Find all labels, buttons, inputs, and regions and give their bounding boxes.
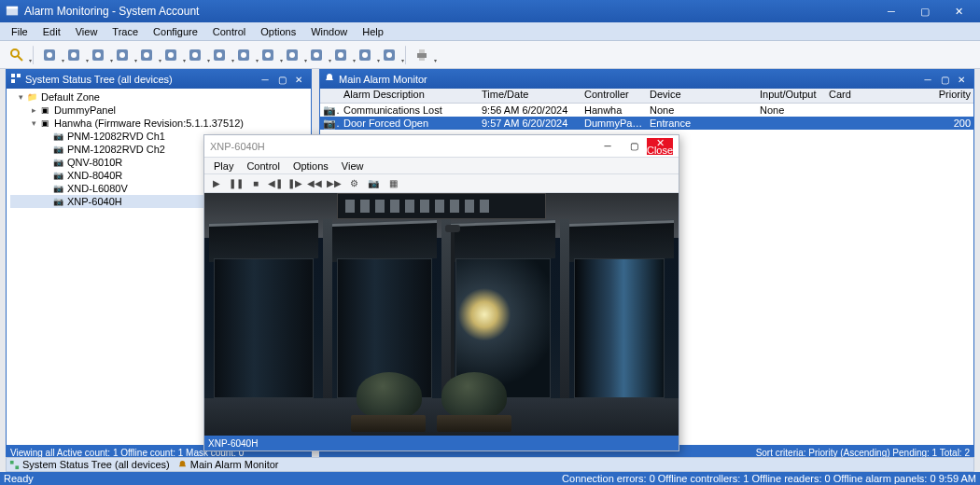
step-back-icon[interactable]: ◀❚ [267,176,284,191]
camera-icon: 📷 [323,104,341,116]
camera-icon: 📷 [51,183,64,194]
tree-icon [9,460,20,470]
tree-node[interactable]: ▸▣DummyPanel [10,104,307,117]
video-titlebar[interactable]: XNP-6040H ─ ▢ ✕Close [204,135,679,158]
svg-point-17 [192,52,198,58]
menubar: File Edit View Trace Configure Control O… [0,22,980,41]
svg-rect-37 [11,74,15,77]
snapshot-icon[interactable]: 📷 [365,176,382,191]
col-ctrl[interactable]: Controller [581,89,647,103]
video-menu-view[interactable]: View [336,160,370,172]
badge-icon[interactable]: ▾ [257,44,279,66]
video-title: XNP-6040H [210,141,595,152]
clock-icon[interactable]: ▾ [354,44,376,66]
window-tab-tree[interactable]: System Status Tree (all devices) [9,459,170,470]
menu-control[interactable]: Control [205,24,253,39]
device-icon[interactable]: ▾ [87,44,109,66]
alarm-minimize-button[interactable]: ─ [919,72,936,87]
svg-point-33 [386,52,392,58]
menu-file[interactable]: File [4,24,35,39]
link-icon[interactable]: ▾ [160,44,182,66]
svg-point-7 [71,52,77,58]
menu-window[interactable]: Window [303,24,355,39]
alarm-row[interactable]: 📷Door Forced Open9:57 AM 6/20/2024DummyP… [320,117,973,130]
window-tab-alarm[interactable]: Main Alarm Monitor [177,459,279,470]
col-pri[interactable]: Priority [929,89,973,103]
alarm-row[interactable]: 📷Communications Lost9:56 AM 6/20/2024Han… [320,104,973,117]
video-close-button[interactable]: ✕Close [647,138,673,155]
grid-icon[interactable]: ▦ [385,176,401,191]
svg-point-29 [338,52,343,58]
doc-icon[interactable]: ▾ [378,44,400,66]
rewind-icon[interactable]: ◀◀ [306,176,323,191]
zone-icon[interactable]: ▾ [38,44,61,66]
stop-icon[interactable]: ■ [247,176,264,191]
col-dev[interactable]: Device [647,89,757,103]
menu-configure[interactable]: Configure [146,24,205,39]
alarm-panel-title[interactable]: Main Alarm Monitor ─ ▢ ✕ [320,70,973,89]
minimize-button[interactable]: ─ [875,2,907,21]
expand-icon[interactable]: ▾ [16,92,25,102]
svg-rect-34 [417,53,427,58]
close-button[interactable]: ✕ [943,2,974,21]
col-time[interactable]: Time/Date [479,89,581,103]
camera-icon[interactable]: ▾ [305,44,328,66]
tree-panel-title[interactable]: System Status Tree (all devices) ─ ▢ ✕ [7,70,311,89]
tree-node[interactable]: ▾▣Hanwha (Firmware Revision:5.1.1.37512) [10,117,307,130]
expand-icon[interactable]: ▸ [29,105,38,115]
app-icon [6,5,19,18]
tree-label: DummyPanel [54,104,116,116]
plug-icon[interactable]: ▾ [232,44,255,66]
pause-icon[interactable]: ❚❚ [228,176,245,191]
col-card[interactable]: Card [826,89,929,103]
menu-edit[interactable]: Edit [35,24,68,39]
wrench-icon[interactable]: ▾ [135,44,158,66]
menu-trace[interactable]: Trace [105,24,146,39]
tree-node[interactable]: ▾📁Default Zone [10,90,307,104]
step-fwd-icon[interactable]: ❚▶ [287,176,303,191]
video-maximize-button[interactable]: ▢ [621,138,647,155]
ffwd-icon[interactable]: ▶▶ [326,176,343,191]
video-feed[interactable] [204,193,679,436]
svg-rect-41 [15,465,19,469]
print-icon[interactable]: ▾ [411,44,433,66]
panel-close-button[interactable]: ✕ [290,72,307,87]
camera-icon: 📷 [51,144,64,155]
reset-icon[interactable]: ▾ [329,44,352,66]
svg-rect-1 [7,7,18,9]
cell-desc: Door Forced Open [341,118,479,129]
gear-icon[interactable]: ▾ [111,44,133,66]
video-toolbar: ▶ ❚❚ ■ ◀❚ ❚▶ ◀◀ ▶▶ ⚙ 📷 ▦ [204,174,679,193]
maximize-button[interactable]: ▢ [909,2,941,21]
export-icon[interactable]: ▾ [184,44,206,66]
net-icon[interactable]: ▾ [281,44,303,66]
chart-icon[interactable]: ▾ [208,44,231,66]
panel-minimize-button[interactable]: ─ [257,72,273,87]
col-desc[interactable]: Alarm Description [341,89,479,103]
svg-point-2 [11,49,19,57]
video-menu-control[interactable]: Control [241,160,285,172]
cell-dev: None [647,104,757,116]
video-minimize-button[interactable]: ─ [595,138,621,155]
menu-help[interactable]: Help [355,24,391,39]
alarm-close-button[interactable]: ✕ [953,72,970,87]
panel-restore-button[interactable]: ▢ [273,72,290,87]
expand-icon[interactable]: ▾ [29,118,38,128]
video-menu-options[interactable]: Options [287,160,334,172]
video-window[interactable]: XNP-6040H ─ ▢ ✕Close Play Control Option… [203,134,679,451]
magnify-icon[interactable]: ▾ [6,44,28,66]
settings-icon[interactable]: ⚙ [345,176,362,191]
video-menu-play[interactable]: Play [208,160,239,172]
svg-point-19 [217,52,222,58]
alarm-restore-button[interactable]: ▢ [936,72,953,87]
svg-rect-38 [17,74,21,77]
menu-view[interactable]: View [68,24,105,39]
camera-icon: 📷 [51,196,64,207]
col-io[interactable]: Input/Output [757,89,826,103]
tree-icon[interactable]: ▾ [63,44,85,66]
menu-options[interactable]: Options [253,24,303,39]
alarm-column-headers[interactable]: Alarm Description Time/Date Controller D… [320,89,973,104]
cell-time: 9:56 AM 6/20/2024 [479,104,581,116]
play-icon[interactable]: ▶ [208,176,225,191]
svg-point-25 [289,52,295,58]
